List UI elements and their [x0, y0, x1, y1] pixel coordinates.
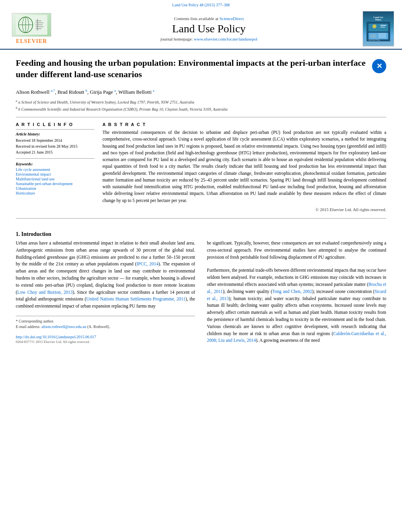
homepage-text: journal homepage:	[160, 37, 193, 41]
svg-rect-18	[380, 27, 385, 28]
issn-text: 0264-8377/© 2015 Elsevier Ltd. All right…	[16, 340, 195, 344]
homepage-link[interactable]: www.elsevier.com/locate/landusepol	[194, 37, 257, 41]
body-section: 1. Introduction Urban areas have a subst…	[0, 227, 402, 352]
svg-point-16	[372, 24, 376, 28]
contents-text: Contents lists available at	[174, 16, 218, 21]
abstract-heading: A B S T R A C T	[102, 122, 386, 127]
tong-link[interactable]: Tong and Chen, 2002	[272, 289, 312, 294]
doi-section: http://dx.doi.org/10.1016/j.landusepol.2…	[16, 334, 195, 344]
elsevier-label: ELSEVIER	[16, 38, 47, 44]
doi-link[interactable]: http://dx.doi.org/10.1016/j.landusepol.2…	[16, 335, 96, 339]
keyword-4[interactable]: Sustainable peri-urban development	[16, 182, 95, 186]
keyword-3[interactable]: Multifunctional land use	[16, 177, 95, 181]
abstract-text: The environmental consequences of the de…	[102, 129, 386, 204]
section-1-label: 1. Introduction	[16, 231, 386, 237]
body-col-right: be significant. Typically, however, thes…	[207, 240, 386, 344]
page: Land Use Policy 48 (2015) 377–388	[0, 0, 402, 532]
svg-rect-15	[378, 33, 386, 38]
journal-header: ELSEVIER Contents lists available at Sci…	[0, 8, 402, 50]
svg-text:Land Use Policy: Land Use Policy	[368, 39, 380, 41]
keywords-section: Keywords: Life cycle assessment Environm…	[16, 162, 95, 195]
separator-2	[16, 218, 386, 219]
lowchoy-link[interactable]: Low Choy and Buxton, 2013	[17, 290, 73, 295]
keyword-6[interactable]: Horticulture	[16, 191, 95, 195]
revised-date: Received in revised form 28 May 2015	[16, 143, 95, 149]
journal-cover-image: Land UsePolicy Land Use Policy	[363, 11, 394, 46]
calderon-link[interactable]: Calderón-Garcidueñas et al., 2008; Liu a…	[207, 331, 386, 343]
keyword-2[interactable]: Environmental impact	[16, 172, 95, 176]
cover-title: Land UsePolicy	[374, 16, 383, 21]
unhsp-link[interactable]: United Nations Human Settlements Program…	[86, 297, 186, 301]
article-info-col: A R T I C L E I N F O Article history: R…	[16, 122, 95, 212]
journal-center: Contents lists available at ScienceDirec…	[55, 16, 363, 41]
affiliation-b: b b Commonwealth Scientific and Industri…	[16, 106, 386, 112]
vol-info-bar: Land Use Policy 48 (2015) 377–388	[0, 0, 402, 8]
body-two-col: Urban areas have a substantial environme…	[16, 240, 386, 344]
email-link[interactable]: alison.rothwell@uws.edu.au	[41, 324, 86, 329]
journal-title: Land Use Policy	[63, 22, 355, 35]
body-col-left: Urban areas have a substantial environme…	[16, 240, 195, 344]
svg-rect-17	[380, 25, 386, 26]
keyword-5[interactable]: Urbanisation	[16, 186, 95, 191]
elsevier-graphic	[12, 13, 51, 37]
affiliation-a: a a School of Science and Health, Univer…	[16, 99, 386, 105]
keyword-1[interactable]: Life cycle assessment	[16, 167, 95, 172]
sciencedirect-link[interactable]: ScienceDirect	[220, 16, 244, 21]
article-info-heading: A R T I C L E I N F O	[16, 122, 95, 127]
info-abstract-cols: A R T I C L E I N F O Article history: R…	[16, 122, 386, 212]
intro-text-col1: Urban areas have a substantial environme…	[16, 240, 195, 310]
footnote-star: * Corresponding author.	[16, 319, 195, 324]
ipcc-link[interactable]: IPCC, 2014	[137, 261, 159, 266]
authors-line: Alison Rothwell a,*, Brad Ridoutt b, Gir…	[16, 89, 386, 95]
footnote-section: * Corresponding author. E-mail address: …	[16, 316, 195, 330]
copyright: © 2015 Elsevier Ltd. All rights reserved…	[102, 207, 386, 212]
keywords-label: Keywords:	[16, 162, 95, 166]
separator-keywords	[16, 158, 95, 159]
vol-info: Land Use Policy 48 (2015) 377–388	[172, 2, 230, 8]
intro-text-col2: be significant. Typically, however, thes…	[207, 240, 386, 261]
history-label: Article history:	[16, 132, 95, 136]
received-date: Received 18 September 2014	[16, 137, 95, 143]
footnote-email: E-mail address: alison.rothwell@uws.edu.…	[16, 324, 195, 330]
abstract-col: A B S T R A C T The environmental conseq…	[102, 122, 386, 212]
separator-info	[16, 129, 95, 130]
article-title: Feeding and housing the urban population…	[16, 57, 368, 80]
contents-line: Contents lists available at ScienceDirec…	[63, 16, 355, 21]
article-section: Feeding and housing the urban population…	[0, 50, 402, 227]
accepted-date: Accepted 21 June 2015	[16, 149, 95, 155]
journal-homepage: journal homepage: www.elsevier.com/locat…	[63, 37, 355, 41]
svg-rect-14	[370, 34, 376, 38]
separator-1	[16, 117, 386, 117]
crossmark-badge[interactable]: ✕	[372, 59, 386, 73]
intro-text-col2-p2: Furthermore, the potential trade-offs be…	[207, 267, 386, 344]
elsevier-logo: ELSEVIER	[8, 13, 55, 44]
